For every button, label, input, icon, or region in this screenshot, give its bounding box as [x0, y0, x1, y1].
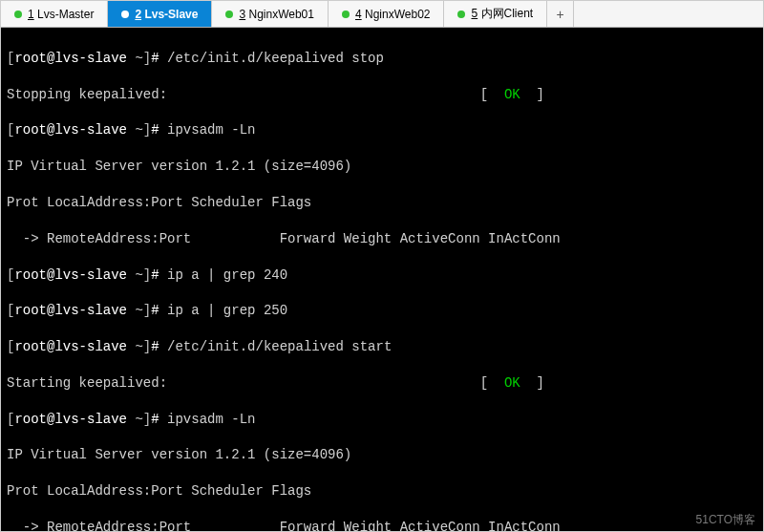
- tab-number: 1: [28, 8, 34, 21]
- tab-label: NginxWeb02: [365, 8, 430, 21]
- terminal-line: -> RemoteAddress:Port Forward Weight Act…: [7, 230, 757, 248]
- status-dot-icon: [121, 11, 129, 18]
- command-text: ip a | grep 250: [167, 303, 287, 318]
- terminal-line: Starting keepalived: [ OK ]: [7, 374, 757, 393]
- tab-number: 2: [135, 8, 141, 21]
- terminal-line: Prot LocalAddress:Port Scheduler Flags: [7, 482, 757, 500]
- ok-status: OK: [504, 87, 520, 102]
- tab-label: NginxWeb01: [248, 8, 313, 21]
- status-dot-icon: [342, 11, 350, 18]
- command-text: /etc/init.d/keepalived stop: [167, 51, 384, 66]
- add-tab-button[interactable]: +: [547, 1, 574, 27]
- watermark: 51CTO博客: [696, 512, 755, 527]
- terminal-line: Prot LocalAddress:Port Scheduler Flags: [7, 194, 757, 212]
- tab-number: 4: [355, 8, 362, 21]
- tab-nginxweb01[interactable]: 3 NginxWeb01: [212, 1, 329, 27]
- terminal-line: [root@lvs-slave ~]# /etc/init.d/keepaliv…: [7, 338, 757, 356]
- terminal-line: [root@lvs-slave ~]# ipvsadm -Ln: [7, 121, 757, 139]
- terminal[interactable]: [root@lvs-slave ~]# /etc/init.d/keepaliv…: [1, 28, 763, 532]
- tab-label: 内网Client: [481, 7, 534, 20]
- terminal-line: [root@lvs-slave ~]# ip a | grep 240: [7, 266, 757, 285]
- tab-lvs-master[interactable]: 1 Lvs-Master: [1, 1, 108, 27]
- terminal-line: IP Virtual Server version 1.2.1 (size=40…: [7, 446, 757, 464]
- tab-client[interactable]: 5 内网Client: [444, 1, 547, 27]
- command-text: ipvsadm -Ln: [167, 412, 255, 427]
- terminal-line: [root@lvs-slave ~]# ipvsadm -Ln: [7, 411, 757, 429]
- tab-label: Lvs-Master: [37, 8, 94, 21]
- tab-nginxweb02[interactable]: 4 NginxWeb02: [329, 1, 445, 27]
- terminal-line: IP Virtual Server version 1.2.1 (size=40…: [7, 158, 757, 176]
- command-text: ipvsadm -Ln: [167, 122, 255, 138]
- terminal-line: [root@lvs-slave ~]# /etc/init.d/keepaliv…: [7, 50, 757, 68]
- status-dot-icon: [14, 11, 22, 18]
- tab-number: 3: [239, 8, 245, 21]
- terminal-line: [root@lvs-slave ~]# ip a | grep 250: [7, 302, 757, 320]
- tab-label: Lvs-Slave: [144, 8, 198, 21]
- terminal-line: -> RemoteAddress:Port Forward Weight Act…: [7, 519, 757, 532]
- command-text: /etc/init.d/keepalived start: [167, 339, 392, 354]
- ok-status: OK: [504, 375, 520, 391]
- command-text: ip a | grep 240: [167, 267, 287, 283]
- tab-bar: 1 Lvs-Master 2 Lvs-Slave 3 NginxWeb01 4 …: [1, 1, 763, 28]
- tab-lvs-slave[interactable]: 2 Lvs-Slave: [108, 1, 212, 27]
- tab-number: 5: [471, 7, 478, 20]
- terminal-line: Stopping keepalived: [ OK ]: [7, 86, 757, 104]
- status-dot-icon: [457, 11, 465, 18]
- status-dot-icon: [225, 11, 233, 18]
